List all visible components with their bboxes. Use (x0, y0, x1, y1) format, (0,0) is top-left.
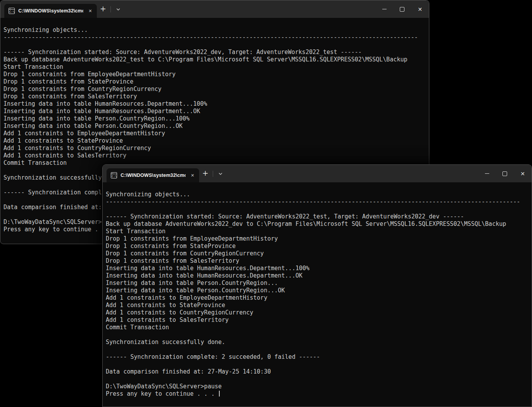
tab-close-icon[interactable]: ✕ (87, 7, 94, 14)
close-button[interactable]: ✕ (514, 165, 532, 182)
terminal-line: Inserting data into table Person.Country… (106, 287, 532, 294)
terminal-line: D:\TwoWayDataSync\SQLServer>pause (106, 383, 532, 390)
terminal-line: Inserting data into table HumanResources… (106, 265, 532, 272)
terminal-line (106, 376, 532, 383)
terminal-line: Drop 1 constraints from StateProvince (106, 243, 532, 250)
terminal-line: Inserting data into table HumanResources… (106, 272, 532, 279)
terminal-line: Drop 1 constraints from EmployeeDepartme… (106, 235, 532, 243)
maximize-button[interactable] (496, 165, 514, 182)
plus-icon: + (202, 169, 208, 177)
tab-cmd[interactable]: C:\ C:\WINDOWS\system32\cmd. ✕ (4, 4, 97, 18)
terminal-line: ------ Synchronization complete: 2 succe… (106, 353, 532, 361)
terminal-line: Press any key to continue . . . (106, 390, 532, 398)
titlebar[interactable]: C:\ C:\WINDOWS\system32\cmd. ✕ + ✕ (0, 0, 429, 18)
close-button[interactable]: ✕ (411, 0, 429, 18)
terminal-line (106, 361, 532, 368)
terminal-line: Drop 1 constraints from SalesTerritory (106, 257, 532, 265)
terminal-line: Add 1 constraints to CountryRegionCurren… (106, 309, 532, 316)
terminal-line: Inserting data into table Person.Country… (4, 122, 429, 130)
terminal-line: Synchronizing objects... (106, 191, 532, 198)
window-controls: ✕ (478, 165, 532, 182)
terminal-line: Data comparison finished at: 27-May-25 1… (106, 368, 532, 376)
maximize-icon (502, 171, 507, 176)
maximize-button[interactable] (393, 0, 411, 18)
terminal-line: Back up database AdventureWorks2022_dev … (106, 220, 532, 228)
terminal-line: ----------------------------------------… (4, 34, 429, 41)
drag-region[interactable] (124, 0, 375, 18)
tab-dropdown-button[interactable] (214, 168, 227, 180)
terminal-line (106, 206, 532, 213)
minimize-icon (382, 9, 387, 9)
terminal-output[interactable]: Synchronizing objects...----------------… (103, 182, 532, 407)
new-tab-button[interactable]: + (97, 3, 109, 15)
terminal-line: Drop 1 constraints from CountryRegionCur… (106, 250, 532, 257)
plus-icon: + (100, 5, 106, 12)
terminal-line: Back up database AdventureWorks2022_test… (4, 56, 429, 63)
terminal-line: Inserting data into table Person.Country… (4, 115, 429, 122)
svg-text:C:\: C:\ (112, 175, 117, 178)
window-controls: ✕ (375, 0, 429, 18)
minimize-icon (485, 173, 489, 174)
drag-region[interactable] (227, 165, 478, 182)
terminal-line: Inserting data into table Person.Country… (106, 279, 532, 287)
terminal-line: Drop 1 constraints from CountryRegionCur… (4, 86, 429, 93)
chevron-down-icon (218, 171, 223, 176)
tab-bar-separator (110, 6, 111, 12)
close-icon: ✕ (520, 171, 525, 177)
close-icon: ✕ (418, 6, 422, 12)
cmd-icon: C:\ (9, 8, 15, 14)
terminal-line: Synchronization successfully done. (106, 339, 532, 346)
text-cursor (219, 391, 220, 397)
tab-bar-separator (213, 171, 213, 177)
terminal-line (106, 183, 532, 191)
cmd-icon: C:\ (111, 172, 117, 178)
tab-title: C:\WINDOWS\system32\cmd. (18, 8, 83, 14)
terminal-line: ------ Synchronization started: Source: … (4, 49, 429, 56)
terminal-line: Add 1 constraints to EmployeeDepartmentH… (4, 130, 429, 137)
terminal-line: Drop 1 constraints from SalesTerritory (4, 93, 429, 100)
terminal-line: Add 1 constraints to StateProvince (106, 302, 532, 309)
terminal-line: ----------------------------------------… (106, 198, 532, 206)
terminal-line: Synchronizing objects... (4, 26, 429, 34)
terminal-line: ------ Synchronization started: Source: … (106, 213, 532, 220)
terminal-line: Add 1 constraints to SalesTerritory (4, 152, 429, 159)
svg-text:C:\: C:\ (9, 10, 15, 14)
terminal-line (106, 331, 532, 339)
terminal-line: Add 1 constraints to EmployeeDepartmentH… (106, 294, 532, 302)
tab-close-icon[interactable]: ✕ (189, 172, 196, 179)
terminal-line: Add 1 constraints to StateProvince (4, 137, 429, 145)
terminal-line: Drop 1 constraints from StateProvince (4, 78, 429, 86)
terminal-line: Add 1 constraints to CountryRegionCurren… (4, 145, 429, 152)
terminal-line (4, 41, 429, 49)
maximize-icon (400, 7, 404, 12)
terminal-line: Commit Transaction (106, 324, 532, 331)
terminal-window-front: C:\ C:\WINDOWS\system32\cmd. ✕ + ✕ Synch… (102, 164, 532, 407)
terminal-line: Inserting data into table HumanResources… (4, 108, 429, 115)
terminal-line (4, 19, 429, 26)
tab-cmd[interactable]: C:\ C:\WINDOWS\system32\cmd. ✕ (107, 168, 199, 182)
terminal-line: Start Transaction (4, 63, 429, 71)
tab-dropdown-button[interactable] (112, 3, 124, 15)
chevron-down-icon (116, 7, 121, 12)
terminal-line (106, 346, 532, 353)
terminal-line: Add 1 constraints to SalesTerritory (106, 316, 532, 324)
minimize-button[interactable] (375, 0, 393, 18)
new-tab-button[interactable]: + (199, 168, 212, 180)
terminal-line: Drop 1 constraints from EmployeeDepartme… (4, 71, 429, 78)
terminal-line: Start Transaction (106, 228, 532, 235)
titlebar[interactable]: C:\ C:\WINDOWS\system32\cmd. ✕ + ✕ (103, 165, 532, 182)
terminal-line: Inserting data into table HumanResources… (4, 100, 429, 108)
tab-title: C:\WINDOWS\system32\cmd. (121, 173, 186, 178)
minimize-button[interactable] (478, 165, 496, 182)
